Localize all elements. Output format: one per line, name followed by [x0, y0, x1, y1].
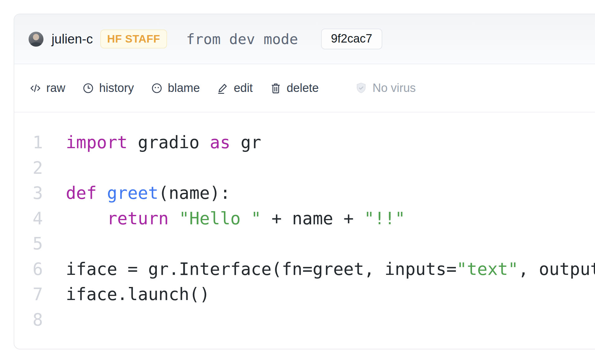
- hf-staff-badge: HF STAFF: [100, 30, 167, 48]
- code-line: 5: [14, 231, 595, 257]
- line-number[interactable]: 2: [14, 155, 43, 181]
- commit-author-link[interactable]: julien-c: [52, 32, 93, 47]
- code-text: iface = gr.Interface(fn=greet, inputs="t…: [43, 257, 595, 282]
- blame-label: blame: [168, 81, 200, 95]
- line-number[interactable]: 4: [14, 206, 43, 231]
- file-toolbar: raw history blame: [14, 64, 595, 112]
- line-number[interactable]: 1: [14, 130, 43, 155]
- code-text: def greet(name):: [43, 180, 230, 206]
- code-text: return "Hello " + name + "!!": [43, 206, 405, 231]
- file-viewer-card: julien-c HF STAFF from dev mode 9f2cac7 …: [14, 14, 595, 349]
- line-number[interactable]: 7: [14, 282, 43, 307]
- code-line: 2: [14, 155, 595, 181]
- trash-icon: [270, 82, 282, 94]
- shield-check-icon: [355, 82, 368, 95]
- commit-header: julien-c HF STAFF from dev mode 9f2cac7: [14, 14, 595, 64]
- code-line: 3def greet(name):: [14, 180, 595, 206]
- history-button[interactable]: history: [82, 81, 134, 95]
- code-viewer: 1import gradio as gr2 3def greet(name):4…: [14, 112, 595, 332]
- raw-label: raw: [46, 81, 65, 95]
- blame-button[interactable]: blame: [151, 81, 200, 95]
- virus-status: No virus: [355, 81, 416, 95]
- code-line: 8: [14, 307, 595, 333]
- pencil-icon: [217, 82, 229, 94]
- code-brackets-icon: [29, 82, 42, 94]
- commit-message: from dev mode: [186, 31, 298, 48]
- line-number[interactable]: 6: [14, 257, 43, 282]
- code-text: [43, 231, 76, 257]
- line-number[interactable]: 5: [14, 231, 43, 257]
- code-line: 6iface = gr.Interface(fn=greet, inputs="…: [14, 257, 595, 282]
- clock-icon: [82, 82, 94, 94]
- code-line: 7iface.launch(): [14, 282, 595, 307]
- code-text: [43, 155, 76, 181]
- delete-button[interactable]: delete: [270, 81, 319, 95]
- code-text: iface.launch(): [43, 282, 210, 307]
- edit-button[interactable]: edit: [217, 81, 253, 95]
- raw-button[interactable]: raw: [29, 81, 65, 95]
- code-line: 4 return "Hello " + name + "!!": [14, 206, 595, 231]
- line-number[interactable]: 8: [14, 307, 43, 333]
- virus-status-label: No virus: [372, 81, 416, 95]
- edit-label: edit: [234, 81, 253, 95]
- code-text: [43, 307, 76, 333]
- delete-label: delete: [287, 81, 319, 95]
- avatar[interactable]: [29, 32, 43, 47]
- blame-face-icon: [151, 82, 163, 94]
- code-line: 1import gradio as gr: [14, 130, 595, 155]
- code-text: import gradio as gr: [43, 130, 261, 155]
- history-label: history: [99, 81, 134, 95]
- code-lines: 1import gradio as gr2 3def greet(name):4…: [14, 130, 595, 332]
- line-number[interactable]: 3: [14, 180, 43, 206]
- commit-hash-button[interactable]: 9f2cac7: [321, 29, 382, 49]
